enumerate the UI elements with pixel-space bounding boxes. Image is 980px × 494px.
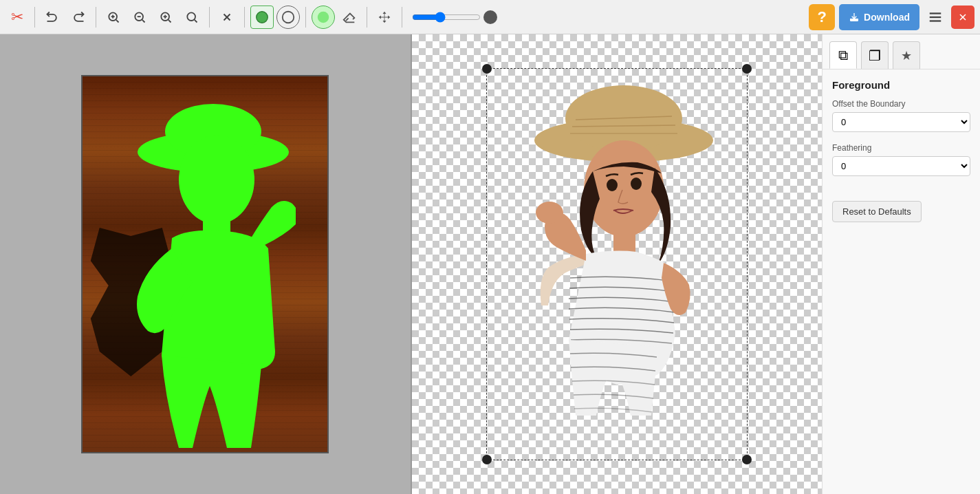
svg-point-34 bbox=[607, 179, 618, 191]
menu-icon bbox=[928, 10, 943, 25]
app-logo: ✂ bbox=[6, 6, 29, 29]
sidebar: ⧉ ❐ ★ Foreground Offset the Boundary 0 1… bbox=[822, 34, 980, 494]
redo-button[interactable] bbox=[67, 6, 90, 29]
foreground-brush-button[interactable] bbox=[250, 6, 274, 29]
svg-point-15 bbox=[257, 11, 268, 23]
separator-7 bbox=[402, 7, 402, 28]
zoom-100-button[interactable] bbox=[180, 6, 204, 29]
zoom-out-button[interactable] bbox=[128, 6, 151, 29]
brush-size-indicator bbox=[483, 10, 497, 24]
toolbar: ✂ bbox=[0, 0, 980, 34]
mark-foreground-button[interactable] bbox=[312, 6, 335, 29]
separator-2 bbox=[96, 7, 96, 28]
svg-point-35 bbox=[631, 178, 642, 190]
undo-button[interactable] bbox=[41, 6, 64, 29]
foreground-mask bbox=[124, 90, 296, 448]
left-panel[interactable] bbox=[0, 34, 412, 494]
svg-rect-36 bbox=[613, 230, 635, 254]
brush-size-container bbox=[412, 10, 497, 24]
tab-layers[interactable]: ❐ bbox=[861, 41, 889, 69]
right-panel[interactable] bbox=[412, 34, 823, 494]
download-icon bbox=[849, 12, 860, 23]
close-icon bbox=[957, 12, 968, 23]
section-title: Foreground bbox=[832, 79, 970, 91]
output-image-container bbox=[486, 68, 748, 460]
separator-6 bbox=[367, 7, 367, 28]
separator-1 bbox=[34, 7, 35, 28]
mark-background-button[interactable] bbox=[338, 6, 361, 29]
brush-size-slider[interactable] bbox=[412, 12, 481, 23]
feathering-select[interactable]: 0 1 2 3 4 5 bbox=[832, 156, 970, 176]
svg-point-16 bbox=[283, 11, 294, 23]
svg-line-8 bbox=[168, 19, 171, 22]
cutout-image bbox=[486, 68, 748, 460]
svg-point-11 bbox=[187, 12, 195, 21]
svg-point-17 bbox=[318, 11, 329, 23]
svg-line-12 bbox=[195, 19, 197, 22]
feathering-label: Feathering bbox=[832, 143, 970, 153]
tab-copy[interactable]: ⧉ bbox=[829, 41, 857, 69]
reset-defaults-button[interactable]: Reset to Defaults bbox=[832, 201, 922, 222]
background-brush-button[interactable] bbox=[276, 6, 300, 29]
download-button[interactable]: Download bbox=[839, 4, 919, 30]
zoom-in-button[interactable] bbox=[102, 6, 125, 29]
person-svg bbox=[507, 72, 727, 457]
cancel-button[interactable] bbox=[215, 6, 239, 29]
spacer bbox=[832, 187, 970, 201]
offset-select[interactable]: 0 1 2 3 -1 -2 bbox=[832, 112, 970, 132]
menu-button[interactable] bbox=[924, 6, 947, 29]
canvas-area bbox=[0, 34, 822, 494]
svg-line-1 bbox=[116, 19, 119, 22]
close-button[interactable] bbox=[951, 6, 974, 29]
separator-5 bbox=[305, 7, 306, 28]
zoom-fit-button[interactable] bbox=[154, 6, 177, 29]
tab-star[interactable]: ★ bbox=[893, 41, 920, 69]
move-tool-button[interactable] bbox=[373, 6, 396, 29]
svg-point-37 bbox=[536, 202, 563, 224]
toolbar-right: ? Download bbox=[809, 4, 974, 30]
help-button[interactable]: ? bbox=[809, 4, 835, 30]
sidebar-content: Foreground Offset the Boundary 0 1 2 3 -… bbox=[823, 69, 980, 494]
svg-line-5 bbox=[142, 19, 145, 22]
main-area: ⧉ ❐ ★ Foreground Offset the Boundary 0 1… bbox=[0, 34, 980, 494]
separator-4 bbox=[244, 7, 245, 28]
source-image bbox=[81, 75, 329, 453]
svg-point-26 bbox=[179, 135, 254, 224]
offset-label: Offset the Boundary bbox=[832, 99, 970, 109]
sidebar-tabs: ⧉ ❐ ★ bbox=[823, 34, 980, 69]
separator-3 bbox=[209, 7, 210, 28]
